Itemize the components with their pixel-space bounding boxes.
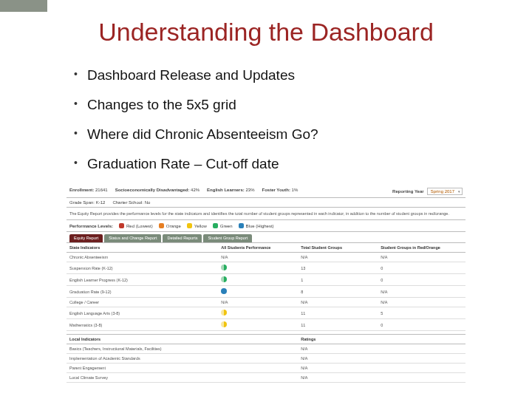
indicator-name: Chronic Absenteeism xyxy=(66,253,218,262)
state-indicators-table: State Indicators All Students Performanc… xyxy=(66,242,466,331)
indicator-perf: N/A xyxy=(218,298,298,307)
enroll-label: Enrollment: xyxy=(69,188,94,192)
local-rating: N/A xyxy=(298,354,466,364)
indicator-redorange: N/A xyxy=(378,298,466,307)
reporting-year: Reporting Year Spring 2017 xyxy=(392,188,463,195)
bullet-item: Graduation Rate – Cut-off date xyxy=(74,156,488,172)
table-row: College / CareerN/AN/AN/A xyxy=(66,298,466,307)
table-row: English Language Arts (3-8)115 xyxy=(66,307,466,319)
equity-description: The Equity Report provides the performan… xyxy=(66,208,466,220)
legend-yellow: Yellow xyxy=(187,223,207,228)
perf-pie-icon xyxy=(221,265,227,270)
indicator-perf: N/A xyxy=(218,253,298,262)
indicator-name: College / Career xyxy=(66,298,218,307)
charter: Charter School: No xyxy=(112,200,150,205)
indicator-redorange: 0 xyxy=(378,274,466,286)
local-indicator-name: Basics (Teachers, Instructional Material… xyxy=(66,344,298,354)
indicator-total: 11 xyxy=(298,307,378,319)
foster-value: 1% xyxy=(292,188,299,192)
local-indicator-name: Implementation of Academic Standards xyxy=(66,354,298,364)
indicator-perf xyxy=(218,307,298,319)
table-row: Implementation of Academic StandardsN/A xyxy=(66,354,466,364)
legend-red: Red (Lowest) xyxy=(119,223,153,228)
performance-legend: Performance Levels: Red (Lowest) Orange … xyxy=(66,220,466,232)
col-total-groups: Total Student Groups xyxy=(298,243,378,253)
col-all-students: All Students Performance xyxy=(218,243,298,253)
indicator-redorange: N/A xyxy=(378,253,466,262)
perf-pie-icon xyxy=(221,321,227,327)
se-label: Socioeconomically Disadvantaged: xyxy=(115,188,190,192)
el-label: English Learners: xyxy=(207,188,245,192)
perf-pie-icon xyxy=(221,276,227,282)
table-row: Basics (Teachers, Instructional Material… xyxy=(66,344,466,354)
indicator-name: English Language Arts (3-8) xyxy=(66,307,218,319)
indicator-total: 8 xyxy=(298,286,378,298)
foster-label: Foster Youth: xyxy=(262,188,290,192)
perf-pie-icon xyxy=(221,288,227,294)
indicator-perf xyxy=(218,286,298,298)
indicator-name: Suspension Rate (K-12) xyxy=(66,262,218,274)
indicator-total: N/A xyxy=(298,298,378,307)
dashboard-screenshot: Enrollment: 21641 Socioeconomically Disa… xyxy=(66,185,466,383)
local-rating: N/A xyxy=(298,373,466,383)
local-rating: N/A xyxy=(298,364,466,373)
table-row: Mathematics (3-8)110 xyxy=(66,319,466,331)
enroll-value: 21641 xyxy=(95,188,108,192)
indicator-total: 11 xyxy=(298,319,378,331)
legend-blue: Blue (Highest) xyxy=(239,223,274,228)
indicator-total: 13 xyxy=(298,262,378,274)
tab-status-change[interactable]: Status and Change Report xyxy=(104,234,161,242)
table-row: Parent EngagementN/A xyxy=(66,364,466,373)
local-indicator-name: Local Climate Survey xyxy=(66,373,298,383)
bullet-item: Dashboard Release and Updates xyxy=(74,67,488,83)
local-rating: N/A xyxy=(298,344,466,354)
indicator-name: English Learner Progress (K-12) xyxy=(66,274,218,286)
dashboard-meta-row2: Grade Span: K-12 Charter School: No xyxy=(66,198,466,208)
indicator-name: Graduation Rate (9-12) xyxy=(66,286,218,298)
perf-pie-icon xyxy=(221,310,227,316)
dashboard-meta-row: Enrollment: 21641 Socioeconomically Disa… xyxy=(66,185,466,198)
indicator-name: Mathematics (3-8) xyxy=(66,319,218,331)
table-row: English Learner Progress (K-12)10 xyxy=(66,274,466,286)
local-indicators-table: Local Indicators Ratings Basics (Teacher… xyxy=(66,334,466,383)
indicator-total: N/A xyxy=(298,253,378,262)
tab-equity[interactable]: Equity Report xyxy=(69,234,103,242)
col-state-indicators: State Indicators xyxy=(66,243,218,253)
report-tabs: Equity Report Status and Change Report D… xyxy=(66,232,466,242)
table-row: Local Climate SurveyN/A xyxy=(66,373,466,383)
bullet-list: Dashboard Release and Updates Changes to… xyxy=(74,67,488,172)
accent-bar xyxy=(0,0,47,12)
bullet-item: Where did Chronic Absenteeism Go? xyxy=(74,126,488,143)
legend-orange: Orange xyxy=(159,223,181,228)
table-row: Graduation Rate (9-12)8N/A xyxy=(66,286,466,298)
se-value: 42% xyxy=(191,188,200,192)
indicator-perf xyxy=(218,274,298,286)
indicator-redorange: 0 xyxy=(378,262,466,274)
bullet-item: Changes to the 5x5 grid xyxy=(74,97,488,113)
indicator-total: 1 xyxy=(298,274,378,286)
indicator-redorange: 5 xyxy=(378,307,466,319)
reporting-year-label: Reporting Year xyxy=(392,189,424,194)
grade-span: Grade Span: K-12 xyxy=(69,200,105,205)
tab-detailed[interactable]: Detailed Reports xyxy=(163,234,202,242)
table-row: Suspension Rate (K-12)130 xyxy=(66,262,466,274)
indicator-perf xyxy=(218,262,298,274)
perf-label: Performance Levels: xyxy=(69,224,113,228)
local-indicator-name: Parent Engagement xyxy=(66,364,298,373)
indicator-perf xyxy=(218,319,298,331)
col-redorange: Student Groups in Red/Orange xyxy=(378,243,466,253)
col-local-indicators: Local Indicators xyxy=(66,335,298,344)
tab-student-group[interactable]: Student Group Report xyxy=(203,234,252,242)
legend-green: Green xyxy=(213,223,233,228)
table-row: Chronic AbsenteeismN/AN/AN/A xyxy=(66,253,466,262)
indicator-redorange: N/A xyxy=(378,286,466,298)
reporting-year-select[interactable]: Spring 2017 xyxy=(427,188,463,195)
el-value: 23% xyxy=(245,188,254,192)
indicator-redorange: 0 xyxy=(378,319,466,331)
slide-title: Understanding the Dashboard xyxy=(0,18,532,47)
col-ratings: Ratings xyxy=(298,335,466,344)
